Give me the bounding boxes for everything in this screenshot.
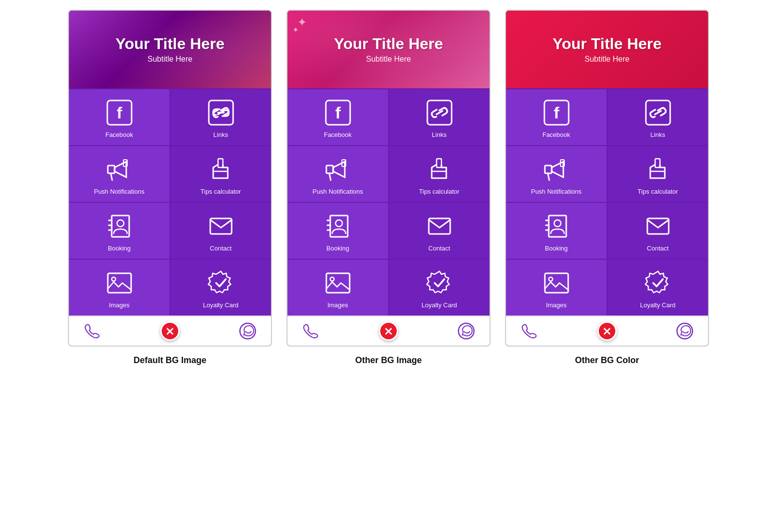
- header-text-default: Your Title Here Subtitle Here: [116, 35, 225, 63]
- loyalty-cell-2[interactable]: Loyalty Card: [389, 260, 490, 316]
- svg-line-6: [111, 173, 112, 180]
- svg-line-24: [329, 173, 331, 180]
- svg-point-32: [336, 220, 342, 227]
- tips-icon-2: [425, 155, 454, 184]
- facebook-cell-1[interactable]: f Facebook: [69, 89, 170, 145]
- phone-bottom-3: [506, 316, 708, 346]
- close-button-1[interactable]: [160, 321, 180, 341]
- push-label-1: Push Notifications: [94, 188, 144, 195]
- svg-rect-15: [210, 218, 232, 234]
- links-cell-1[interactable]: Links: [170, 89, 271, 145]
- links-label-3: Links: [650, 131, 665, 138]
- header-title-1: Your Title Here: [116, 35, 225, 52]
- loyalty-cell-3[interactable]: Loyalty Card: [608, 260, 708, 316]
- label-other-color: Other BG Color: [575, 355, 639, 366]
- loyalty-cell-1[interactable]: Loyalty Card: [170, 260, 271, 316]
- push-label-2: Push Notifications: [312, 188, 363, 195]
- svg-rect-23: [326, 166, 333, 173]
- svg-point-17: [112, 277, 116, 281]
- phone-col-default: Your Title Here Subtitle Here f Facebook: [68, 10, 272, 366]
- booking-icon-3: [542, 212, 571, 241]
- facebook-icon-1: f: [105, 98, 134, 127]
- images-cell-3[interactable]: Images: [506, 260, 608, 316]
- tips-label-1: Tips calculator: [201, 188, 241, 195]
- close-button-2[interactable]: [379, 321, 398, 341]
- images-cell-1[interactable]: Images: [69, 260, 170, 316]
- header-subtitle-1: Subtitle Here: [116, 55, 225, 64]
- phone-col-other-image: ✦ ✦ Your Title Here Subtitle Here f Face…: [287, 10, 490, 366]
- phone-bottom-1: [69, 316, 271, 346]
- push-cell-1[interactable]: Push Notifications: [69, 146, 170, 202]
- booking-cell-3[interactable]: Booking: [506, 203, 608, 259]
- links-cell-3[interactable]: Links: [608, 89, 708, 145]
- svg-rect-34: [326, 273, 350, 293]
- facebook-cell-3[interactable]: f Facebook: [506, 89, 608, 145]
- tips-cell-1[interactable]: Tips calculator: [170, 146, 271, 202]
- links-label-2: Links: [432, 131, 446, 138]
- phone-header-other: ✦ ✦ Your Title Here Subtitle Here: [287, 11, 490, 88]
- whatsapp-icon-1: [239, 322, 256, 340]
- contact-label-1: Contact: [210, 245, 232, 252]
- images-icon-3: [542, 268, 571, 298]
- svg-rect-16: [108, 273, 131, 293]
- icon-row-2-col2: Push Notifications Tips calculator: [287, 145, 490, 202]
- phone-frame-other-image: ✦ ✦ Your Title Here Subtitle Here f Face…: [287, 10, 490, 347]
- facebook-label-3: Facebook: [542, 131, 570, 138]
- header-subtitle-3: Subtitle Here: [553, 55, 662, 64]
- tips-cell-2[interactable]: Tips calculator: [389, 146, 490, 202]
- images-cell-2[interactable]: Images: [287, 260, 389, 316]
- links-label-1: Links: [213, 131, 228, 138]
- label-default: Default BG Image: [134, 355, 206, 366]
- svg-line-42: [548, 173, 549, 180]
- images-icon-1: [105, 268, 134, 298]
- images-icon-2: [323, 268, 353, 298]
- links-cell-2[interactable]: Links: [389, 89, 490, 145]
- contact-cell-1[interactable]: Contact: [170, 203, 271, 259]
- sparkle-2: ✦: [292, 25, 299, 34]
- contact-label-2: Contact: [428, 245, 450, 252]
- svg-point-50: [554, 220, 561, 227]
- icon-row-3-col3: Booking Contact: [506, 202, 708, 259]
- booking-label-2: Booking: [326, 245, 349, 252]
- loyalty-label-1: Loyalty Card: [203, 301, 238, 309]
- booking-cell-2[interactable]: Booking: [287, 203, 389, 259]
- facebook-cell-2[interactable]: f Facebook: [287, 89, 389, 145]
- facebook-label-1: Facebook: [105, 131, 133, 138]
- svg-text:f: f: [335, 103, 341, 122]
- svg-text:f: f: [117, 103, 122, 122]
- tips-icon-1: [206, 155, 236, 184]
- header-title-2: Your Title Here: [334, 35, 443, 52]
- icon-row-1-col1: f Facebook: [69, 88, 271, 145]
- icon-row-2-col1: Push Notifications Tips calculator: [69, 145, 271, 202]
- booking-icon-2: [323, 212, 353, 241]
- svg-line-22: [436, 111, 442, 115]
- tips-label-3: Tips calculator: [638, 188, 678, 195]
- close-button-3[interactable]: [597, 321, 617, 341]
- svg-line-40: [655, 111, 660, 115]
- header-subtitle-2: Subtitle Here: [334, 55, 443, 64]
- icon-row-4-col1: Images Loyalty Card: [69, 259, 271, 316]
- booking-cell-1[interactable]: Booking: [69, 203, 170, 259]
- images-label-3: Images: [546, 301, 567, 309]
- images-label-1: Images: [109, 301, 130, 309]
- push-cell-2[interactable]: Push Notifications: [287, 146, 389, 202]
- tips-icon-3: [643, 155, 673, 184]
- svg-point-35: [330, 277, 334, 281]
- label-other-image: Other BG Image: [355, 355, 422, 366]
- contact-cell-3[interactable]: Contact: [608, 203, 708, 259]
- icon-row-3-col1: Booking Contact: [69, 202, 271, 259]
- phone-header-default: Your Title Here Subtitle Here: [69, 11, 271, 88]
- header-text-color: Your Title Here Subtitle Here: [553, 35, 662, 63]
- loyalty-label-2: Loyalty Card: [422, 301, 457, 309]
- contact-icon-1: [206, 212, 236, 241]
- links-icon-2: [425, 98, 454, 127]
- push-cell-3[interactable]: Push Notifications: [506, 146, 608, 202]
- tips-cell-3[interactable]: Tips calculator: [608, 146, 708, 202]
- contact-icon-3: [643, 212, 673, 241]
- facebook-icon-2: f: [323, 98, 353, 127]
- push-icon-1: [105, 155, 134, 184]
- facebook-label-2: Facebook: [324, 131, 352, 138]
- booking-icon-1: [105, 212, 134, 241]
- svg-point-53: [549, 277, 553, 281]
- contact-cell-2[interactable]: Contact: [389, 203, 490, 259]
